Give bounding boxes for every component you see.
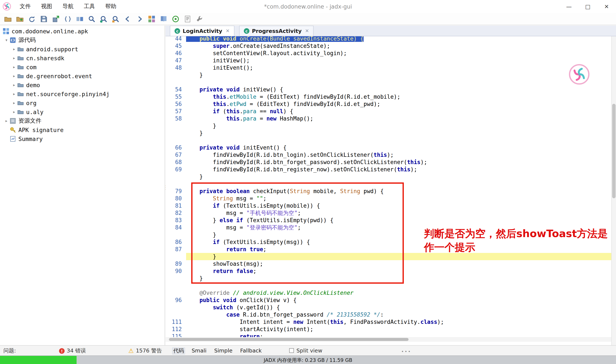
export-icon[interactable]: [51, 14, 61, 24]
line-number: [165, 78, 186, 86]
search-text-icon[interactable]: [86, 14, 97, 24]
tab-close-icon[interactable]: ✕: [226, 28, 230, 34]
search-comment-icon[interactable]: [110, 14, 121, 24]
code-line[interactable]: [165, 137, 611, 144]
code-line[interactable]: }: [165, 71, 611, 78]
horizontal-scrollbar-thumb[interactable]: [169, 338, 409, 341]
tree-item-android-support[interactable]: ▸android.support: [0, 44, 165, 53]
tree-item-cn-sharesdk[interactable]: ▸cn.sharesdk: [0, 53, 165, 62]
line-number: [165, 253, 186, 260]
chevron-right-icon[interactable]: ▸: [3, 118, 9, 123]
log-icon[interactable]: [182, 14, 192, 24]
code-line[interactable]: 44 public void onCreate(Bundle savedInst…: [165, 36, 611, 42]
preferences-icon[interactable]: [194, 14, 205, 24]
mode-button-Fallback[interactable]: Fallback: [240, 347, 262, 355]
code-line[interactable]: 67 findViewById(R.id.btn_login).setOnCli…: [165, 151, 611, 158]
chevron-down-icon[interactable]: ▾: [3, 38, 9, 42]
save-all-icon[interactable]: [39, 14, 49, 24]
menu-item-3[interactable]: 工具: [80, 1, 99, 12]
code-line[interactable]: case R.id.btn_forget_password /* 2131558…: [165, 311, 611, 318]
code-line[interactable]: }: [165, 173, 611, 180]
menu-item-0[interactable]: 文件: [15, 1, 35, 12]
tree-item-com[interactable]: ▸com: [0, 62, 165, 71]
tree-item-demo[interactable]: ▸demo: [0, 80, 165, 89]
tree-item-summary[interactable]: Summary: [0, 134, 165, 143]
tree-item-resources[interactable]: ▸资源文件: [0, 116, 165, 125]
line-number: 82: [165, 209, 186, 217]
code-line[interactable]: 58 this.para = new HashMap();: [165, 115, 611, 122]
code-line[interactable]: 46 setContentView(R.layout.activity_logi…: [165, 50, 611, 57]
vertical-scrollbar-thumb[interactable]: [612, 104, 616, 198]
split-view-toggle[interactable]: Split view: [289, 347, 322, 354]
go-forward-icon[interactable]: [134, 14, 145, 24]
mode-button-代码[interactable]: 代码: [172, 347, 185, 355]
chevron-right-icon[interactable]: ▸: [11, 74, 17, 78]
dock-layout-icon[interactable]: [146, 14, 157, 24]
reload-icon[interactable]: [27, 14, 37, 24]
tree-item-source-code[interactable]: ▾源代码: [0, 36, 165, 44]
code-line[interactable]: 96 public void onClick(View v) {: [165, 297, 611, 304]
code-line[interactable]: }: [165, 122, 611, 130]
tree-item-apk-signature[interactable]: APK signature: [0, 125, 165, 134]
usage-book-icon[interactable]: [158, 14, 168, 24]
code-area[interactable]: 44 public void onCreate(Bundle savedInst…: [165, 36, 616, 345]
chevron-right-icon[interactable]: ▸: [11, 101, 17, 105]
menu-item-1[interactable]: 视图: [37, 1, 56, 12]
quark-icon[interactable]: [170, 14, 180, 24]
tree-item-de-greenrobot-event[interactable]: ▸de.greenrobot.event: [0, 71, 165, 80]
code-line[interactable]: 54 private void initView() {: [165, 86, 611, 93]
deobfuscation-icon[interactable]: [74, 14, 85, 24]
tree-item-net-sourceforge-pinyin4j[interactable]: ▸net.sourceforge.pinyin4j: [0, 89, 165, 98]
tree-item-org[interactable]: ▸org: [0, 98, 165, 107]
code-text: }: [186, 122, 611, 130]
errors-count[interactable]: ! 34 错误: [59, 347, 86, 355]
split-view-checkbox[interactable]: [289, 348, 294, 353]
menu-item-2[interactable]: 导航: [58, 1, 78, 12]
minimize-icon[interactable]: —: [560, 0, 578, 13]
tree-item-u-aly[interactable]: ▸u.aly: [0, 107, 165, 116]
add-files-icon[interactable]: [14, 14, 25, 24]
tree-item-label: com: [26, 64, 37, 70]
code-line[interactable]: 111 Intent intent = new Intent(this, Fin…: [165, 318, 611, 325]
horizontal-scrollbar[interactable]: [165, 337, 611, 342]
code-line[interactable]: 112 startActivity(intent);: [165, 325, 611, 333]
chevron-right-icon[interactable]: ▸: [11, 83, 17, 87]
tab-close-icon[interactable]: ✕: [305, 28, 309, 34]
code-line[interactable]: 66 private void initEvent() {: [165, 144, 611, 151]
open-file-icon[interactable]: [2, 14, 13, 24]
code-line[interactable]: 68 findViewById(R.id.btn_forget_password…: [165, 158, 611, 166]
line-number: 55: [165, 93, 186, 100]
search-class-icon[interactable]: [98, 14, 109, 24]
go-back-icon[interactable]: [122, 14, 133, 24]
code-line[interactable]: switch (v.getId()) {: [165, 304, 611, 311]
tree-item-apk-root[interactable]: com.dodonew.online.apk: [0, 26, 165, 36]
code-line[interactable]: [165, 78, 611, 86]
menu-item-4[interactable]: 帮助: [101, 1, 121, 12]
code-line[interactable]: 47 initView();: [165, 57, 611, 64]
code-line[interactable]: 55 this.etMobile = (EditText) findViewBy…: [165, 93, 611, 100]
inline-methods-icon[interactable]: [62, 14, 73, 24]
close-icon[interactable]: ✕: [597, 0, 616, 13]
tab-login-activity[interactable]: cLoginActivity✕: [170, 26, 234, 36]
vertical-scrollbar[interactable]: [611, 36, 616, 345]
code-line[interactable]: }: [165, 130, 611, 137]
code-line[interactable]: 57 if (this.para == null) {: [165, 108, 611, 115]
code-line[interactable]: 45 super.onCreate(savedInstanceState);: [165, 42, 611, 50]
warnings-count[interactable]: ⚠ 1576 警告: [128, 347, 162, 355]
chevron-right-icon[interactable]: ▸: [11, 56, 17, 60]
tab-label: ProgressActivity: [252, 28, 302, 34]
code-line[interactable]: 48 initEvent();: [165, 64, 611, 71]
mode-button-Simple[interactable]: Simple: [214, 347, 232, 355]
chevron-right-icon[interactable]: ▸: [11, 92, 17, 96]
chevron-right-icon[interactable]: ▸: [11, 47, 17, 51]
code-line[interactable]: @Override // android.view.View.OnClickLi…: [165, 289, 611, 297]
tab-progress-activity[interactable]: cProgressActivity✕: [239, 26, 314, 36]
line-number: [165, 282, 186, 289]
maximize-icon[interactable]: □: [578, 0, 597, 13]
mode-button-Smali[interactable]: Smali: [192, 347, 206, 355]
code-line[interactable]: 56 this.etPwd = (EditText) findViewById(…: [165, 100, 611, 108]
chevron-right-icon[interactable]: ▸: [11, 65, 17, 69]
tree-item-label: de.greenrobot.event: [26, 72, 92, 79]
code-line[interactable]: 69 findViewById(R.id.btn_register_now).s…: [165, 166, 611, 173]
chevron-right-icon[interactable]: ▸: [11, 110, 17, 114]
